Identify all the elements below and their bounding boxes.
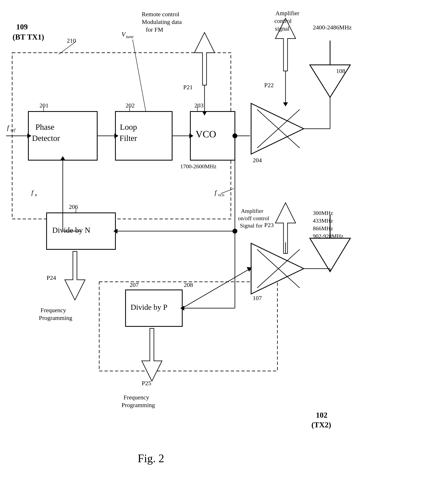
svg-text:Divide by N: Divide by N <box>52 226 90 234</box>
svg-text:866MHz: 866MHz <box>313 225 333 232</box>
svg-text:202: 202 <box>125 102 135 109</box>
svg-text:for FM: for FM <box>146 26 163 33</box>
svg-text:tune: tune <box>126 34 134 39</box>
svg-text:Loop: Loop <box>120 122 137 131</box>
svg-text:Programming: Programming <box>39 314 72 321</box>
svg-text:Remote control: Remote control <box>142 11 179 17</box>
svg-marker-42 <box>283 102 288 106</box>
svg-text:P21: P21 <box>183 84 193 90</box>
svg-text:on/off control: on/off control <box>238 215 269 221</box>
svg-line-110 <box>221 189 234 194</box>
svg-text:902-928MHz: 902-928MHz <box>313 233 343 239</box>
svg-text:f: f <box>7 124 10 131</box>
svg-text:207: 207 <box>130 281 139 288</box>
svg-marker-37 <box>195 32 215 85</box>
svg-text:f: f <box>215 189 217 196</box>
svg-text:102: 102 <box>316 411 328 419</box>
svg-text:f: f <box>31 189 34 196</box>
svg-text:Amplifier: Amplifier <box>241 208 263 214</box>
svg-text:Detector: Detector <box>32 134 60 143</box>
svg-text:VCO: VCO <box>195 129 216 140</box>
svg-text:203: 203 <box>195 102 204 109</box>
svg-text:Phase: Phase <box>36 122 54 131</box>
svg-text:(TX2): (TX2) <box>311 420 331 429</box>
svg-text:n: n <box>35 192 37 197</box>
diagram-container: 109 (BT TX1) 210 201 202 203 204 206 207… <box>0 0 439 504</box>
svg-text:Filter: Filter <box>120 134 137 143</box>
svg-text:control: control <box>274 17 292 24</box>
svg-text:Frequency: Frequency <box>123 394 149 401</box>
svg-text:Programming: Programming <box>122 402 155 408</box>
svg-text:signal: signal <box>275 25 290 32</box>
svg-text:2400-2486MHz: 2400-2486MHz <box>313 24 352 31</box>
svg-text:P22: P22 <box>264 82 274 88</box>
svg-text:Fig. 2: Fig. 2 <box>138 452 164 465</box>
svg-text:Frequency: Frequency <box>40 307 66 313</box>
svg-line-45 <box>182 269 250 308</box>
svg-text:1700-2600MHz: 1700-2600MHz <box>180 163 217 169</box>
svg-marker-35 <box>65 251 85 300</box>
svg-text:ref: ref <box>11 127 16 132</box>
svg-marker-16 <box>310 238 350 272</box>
svg-text:P23: P23 <box>264 222 274 228</box>
svg-text:108: 108 <box>336 67 345 74</box>
svg-text:V: V <box>122 31 126 38</box>
svg-text:(BT TX1): (BT TX1) <box>12 33 44 41</box>
svg-text:Signal for: Signal for <box>240 222 263 229</box>
svg-text:208: 208 <box>184 281 193 288</box>
svg-text:107: 107 <box>253 295 262 301</box>
svg-text:433MHz: 433MHz <box>313 218 333 224</box>
svg-text:vco: vco <box>218 192 224 197</box>
svg-marker-36 <box>142 328 162 381</box>
svg-text:P25: P25 <box>142 380 151 387</box>
circuit-diagram: 109 (BT TX1) 210 201 202 203 204 206 207… <box>0 0 439 504</box>
svg-text:201: 201 <box>39 102 49 109</box>
svg-text:Divide by P: Divide by P <box>131 303 168 311</box>
svg-text:Amplifier: Amplifier <box>275 10 299 16</box>
svg-text:206: 206 <box>69 203 78 210</box>
svg-text:Modulating data: Modulating data <box>142 18 182 25</box>
svg-text:204: 204 <box>253 157 262 163</box>
svg-text:300MHz: 300MHz <box>313 210 333 216</box>
svg-text:P24: P24 <box>47 274 56 281</box>
svg-line-111 <box>133 39 146 112</box>
svg-text:109: 109 <box>16 23 28 31</box>
